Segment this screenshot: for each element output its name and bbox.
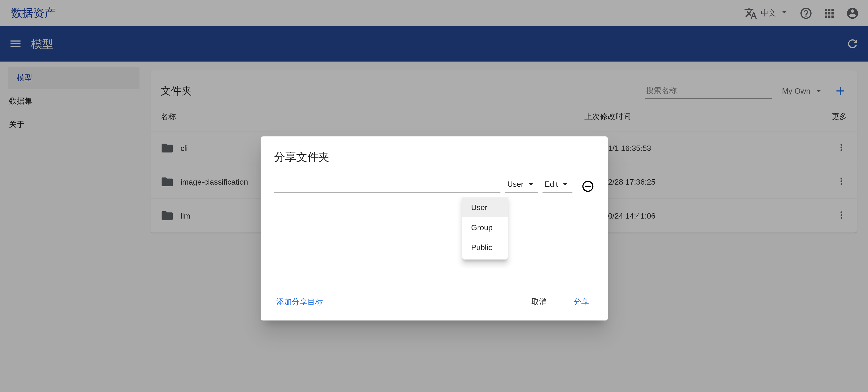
chevron-down-icon: [560, 179, 570, 189]
remove-circle-icon: [581, 180, 595, 193]
permission-select[interactable]: Edit: [542, 176, 572, 193]
permission-value: Edit: [545, 180, 558, 189]
share-dialog: 分享文件夹 User Edit 添加分享目标 取消 分享: [261, 136, 608, 320]
dropdown-option-group[interactable]: Group: [462, 217, 507, 237]
dropdown-option-user[interactable]: User: [462, 197, 507, 217]
chevron-down-icon: [526, 179, 536, 189]
target-type-value: User: [507, 180, 524, 189]
share-target-input[interactable]: [274, 177, 501, 193]
dropdown-option-public[interactable]: Public: [462, 237, 507, 257]
share-button[interactable]: 分享: [568, 294, 595, 310]
target-type-select[interactable]: User: [505, 176, 538, 193]
cancel-button[interactable]: 取消: [526, 294, 552, 310]
target-type-dropdown: User Group Public: [462, 195, 507, 259]
dialog-title: 分享文件夹: [261, 136, 608, 171]
remove-target-button[interactable]: [581, 180, 595, 193]
add-share-target-button[interactable]: 添加分享目标: [271, 294, 329, 310]
